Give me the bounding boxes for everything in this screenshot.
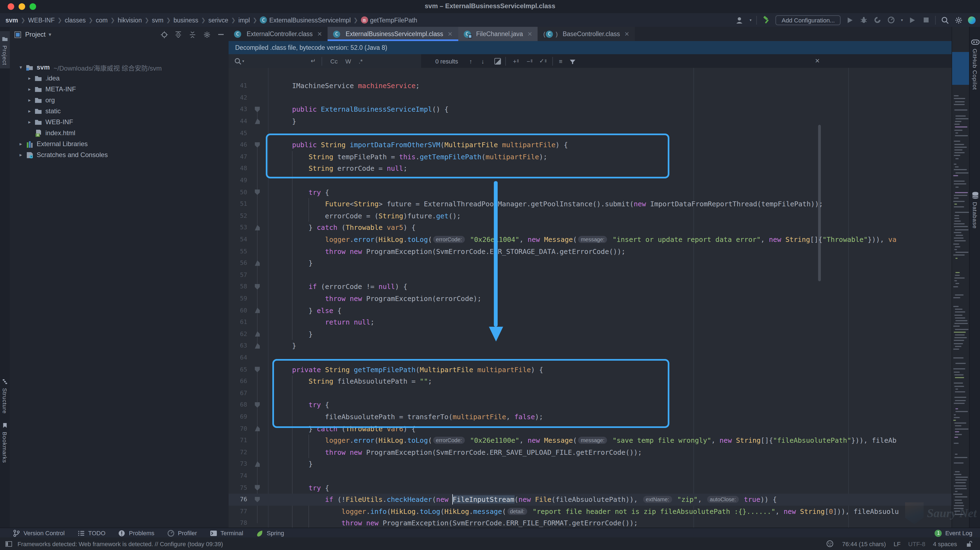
chevron-collapsed-icon[interactable]: ▸ <box>18 152 24 158</box>
structure-icon[interactable] <box>2 378 8 385</box>
line-number[interactable]: 46 <box>229 142 247 148</box>
tree-item-index-html[interactable]: Hindex.html <box>10 128 245 139</box>
breadcrumb-item[interactable]: ❯impl <box>228 17 250 23</box>
fold-start-icon[interactable] <box>255 189 260 195</box>
code-line-43[interactable]: 43 public ExternalBusinessServiceImpl() … <box>229 104 951 115</box>
line-number[interactable]: 50 <box>229 188 247 196</box>
tree-item-meta-inf[interactable]: ▸META-INF <box>10 84 245 95</box>
fold-start-icon[interactable] <box>255 142 260 148</box>
code-line-61[interactable]: 61 return null; <box>229 316 951 328</box>
fold-start-icon[interactable] <box>255 107 260 112</box>
line-number[interactable]: 72 <box>229 449 247 456</box>
fold-end-icon[interactable] <box>255 461 260 467</box>
tool-window-button-profiler[interactable]: Profiler <box>167 529 197 537</box>
line-number[interactable]: 66 <box>229 378 247 385</box>
chevron-collapsed-icon[interactable]: ▸ <box>26 119 33 125</box>
code-line-71[interactable]: 71 logger.error(HikLog.toLog(errorCode: … <box>229 435 951 446</box>
filter-lines-icon[interactable]: ≡ <box>559 54 562 68</box>
line-number[interactable]: 53 <box>229 224 247 231</box>
line-number[interactable]: 67 <box>229 390 247 397</box>
code-line-72[interactable]: 72 throw new ProgramException(SvmErrorCo… <box>229 446 951 458</box>
database-icon[interactable] <box>971 191 980 200</box>
line-number[interactable]: 69 <box>229 413 247 420</box>
sphere-icon[interactable] <box>968 16 975 24</box>
code-line-59[interactable]: 59 throw new ProgramException(errorCode)… <box>229 293 951 304</box>
lock-icon[interactable] <box>965 539 974 548</box>
profiler-icon[interactable] <box>887 16 896 24</box>
code-line-60[interactable]: 60 } else { <box>229 304 951 316</box>
code-with-me-icon[interactable] <box>826 539 835 548</box>
tool-window-button-project[interactable]: Project <box>0 31 10 69</box>
code-line-55[interactable]: 55 throw new ProgramException(SvmErrorCo… <box>229 246 951 257</box>
code-line-57[interactable]: 57 <box>229 269 951 281</box>
profiler-icon[interactable] <box>167 529 175 537</box>
tool-window-button-github-copilot[interactable]: GitHub Copilot <box>970 38 980 90</box>
tree-item-svm[interactable]: ▾svm~/Downloads/海康威视 综合安防/svm <box>10 62 236 73</box>
libraries-icon[interactable] <box>25 140 34 148</box>
collapse-all-icon[interactable] <box>188 30 197 39</box>
code-line-73[interactable]: 73 } <box>229 458 951 470</box>
project-panel-title[interactable]: Project <box>25 31 46 38</box>
hide-icon[interactable] <box>216 30 225 39</box>
breadcrumb-item[interactable]: svm <box>5 17 18 23</box>
tool-window-button-problems[interactable]: Problems <box>118 529 154 537</box>
user-icon[interactable] <box>735 16 744 24</box>
editor-tab-externalbusinessserviceimpl-class[interactable]: CExternalBusinessServiceImpl.class✕ <box>328 27 458 41</box>
remove-filter-icon[interactable]: −ll <box>527 54 532 68</box>
code-line-51[interactable]: 51 Future<String> future = ExternalThrea… <box>229 198 951 210</box>
tree-item-scratches-and-consoles[interactable]: ▸Scratches and Consoles <box>10 150 236 160</box>
folder-icon[interactable] <box>34 107 43 115</box>
chevron-collapsed-icon[interactable]: ▸ <box>26 108 33 114</box>
line-number[interactable]: 62 <box>229 330 247 338</box>
line-number[interactable]: 78 <box>229 520 247 527</box>
event-log-button[interactable]: 1Event Log <box>935 529 972 537</box>
line-number[interactable]: 70 <box>229 425 247 432</box>
code-line-77[interactable]: 77 logger.info(HikLog.toLog(HikLog.messa… <box>229 505 951 517</box>
line-number[interactable]: 41 <box>229 82 247 89</box>
fold-end-icon[interactable] <box>255 426 260 431</box>
tree-item-static[interactable]: ▸static <box>10 105 245 116</box>
bookmark-icon[interactable] <box>2 422 8 429</box>
line-number[interactable]: 57 <box>229 271 247 279</box>
line-number[interactable]: 47 <box>229 153 247 160</box>
minimap[interactable] <box>951 27 970 528</box>
fold-end-icon[interactable] <box>255 332 260 337</box>
search-icon[interactable] <box>940 16 950 24</box>
line-number[interactable]: 60 <box>229 307 247 314</box>
line-number[interactable]: 59 <box>229 295 247 302</box>
tool-window-button-spring[interactable]: Spring <box>255 529 284 537</box>
editor-tab-basecontroller-class[interactable]: (C)BaseController.class✕ <box>538 27 635 41</box>
folder-icon[interactable] <box>34 96 43 105</box>
newline-icon[interactable]: ↵ <box>310 54 315 68</box>
folder-project-icon[interactable] <box>25 63 34 72</box>
previous-occurrence-icon[interactable]: ↑ <box>469 54 472 68</box>
line-number[interactable]: 43 <box>229 106 247 113</box>
breadcrumb-item[interactable]: ❯CExternalBusinessServiceImpl <box>250 16 351 24</box>
line-number[interactable]: 74 <box>229 472 247 480</box>
toggle-regex*[interactable]: .* <box>359 58 363 64</box>
tree-item--idea[interactable]: ▸.idea <box>10 73 245 84</box>
fold-end-icon[interactable] <box>255 308 260 313</box>
code-line-41[interactable]: 41 IMachineService machineService; <box>229 80 951 92</box>
problems-icon[interactable] <box>118 529 126 537</box>
chevron-collapsed-icon[interactable]: ▸ <box>18 141 24 147</box>
toggle-W[interactable]: W <box>345 58 351 64</box>
editor-tab-filechannel-java[interactable]: CFileChannel.java✕ <box>458 27 538 41</box>
breadcrumb-item[interactable]: ❯WEB-INF <box>18 17 55 23</box>
line-number[interactable]: 55 <box>229 248 247 255</box>
fold-end-icon[interactable] <box>255 118 260 124</box>
editor-tab-externalcontroller-class[interactable]: CExternalController.class✕ <box>229 27 328 41</box>
fold-start-icon[interactable] <box>255 284 260 290</box>
line-separator[interactable]: LF <box>894 540 901 547</box>
coverage-icon[interactable] <box>873 16 882 24</box>
spring-leaf-icon[interactable] <box>255 529 264 537</box>
line-number[interactable]: 63 <box>229 342 247 349</box>
settings-gear-icon[interactable] <box>954 16 963 24</box>
code-line-58[interactable]: 58 if (errorCode != null) { <box>229 281 951 293</box>
line-number[interactable]: 44 <box>229 118 247 125</box>
breadcrumb-item[interactable]: ❯mgetTempFilePath <box>351 16 417 24</box>
tree-item-web-inf[interactable]: ▸WEB-INF <box>10 116 245 128</box>
locate-icon[interactable] <box>160 30 169 39</box>
line-number[interactable]: 49 <box>229 177 247 184</box>
code-line-42[interactable]: 42 <box>229 92 951 104</box>
